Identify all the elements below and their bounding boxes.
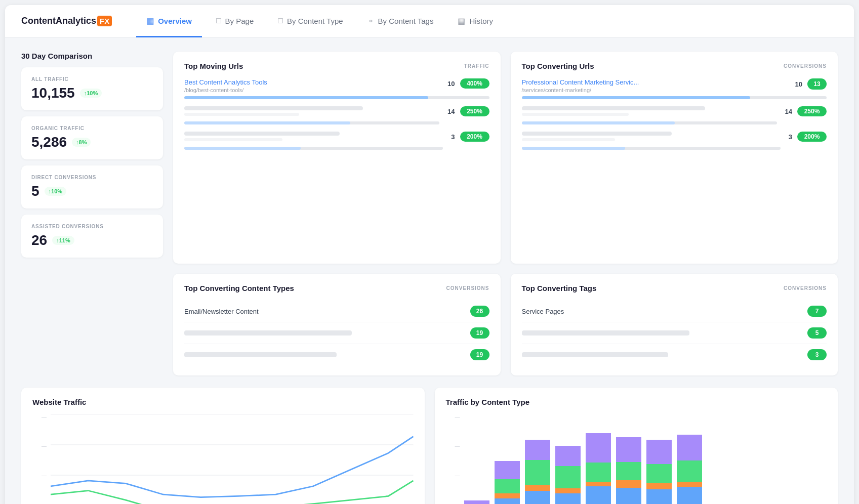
converting-url-badge-0: 13 <box>807 78 827 90</box>
url-count-0: 10 <box>447 80 455 88</box>
top-moving-urls-subtitle: TRAFFIC <box>464 63 489 69</box>
tab-bypage-label: By Page <box>225 17 254 25</box>
converting-url-count-0: 10 <box>795 80 802 88</box>
bypage-icon: □ <box>216 16 221 25</box>
stat-direct-value: 5 <box>31 183 39 199</box>
top-converting-urls-title: Top Converting Urls <box>522 62 594 70</box>
url-item-0: Best Content Analytics Tools /blog/best-… <box>184 78 489 99</box>
bycontenttags-icon: ⚬ <box>367 16 374 26</box>
converting-placeholder-count-1: 14 <box>785 108 792 115</box>
stat-assisted-label: ASSISTED CONVERSIONS <box>31 224 153 229</box>
converting-placeholder-2: 3 200% <box>522 132 827 150</box>
traffic-by-type-title: Traffic by Content Type <box>446 398 827 406</box>
converting-placeholder-1: 14 250% <box>522 106 827 124</box>
bar-col-6 <box>646 414 672 504</box>
bar-col-5 <box>616 414 641 504</box>
bar-chart-area <box>464 414 827 504</box>
bar-col-0 <box>464 414 489 504</box>
converting-url-link-0[interactable]: Professional Content Marketing Servic... <box>522 78 795 86</box>
url-placeholder-badge-2: 200% <box>460 132 489 142</box>
stat-card-assisted: ASSISTED CONVERSIONS 26 ↑11% <box>21 215 163 258</box>
line-chart-svg <box>51 414 414 504</box>
top-tags-title: Top Converting Tags <box>522 284 597 292</box>
stat-organic-label: ORGANIC TRAFFIC <box>31 125 153 131</box>
y-label-4: — <box>32 414 47 420</box>
tab-bycontenttags[interactable]: ⚬ By Content Tags <box>357 6 444 37</box>
content-type-badge-0: 26 <box>470 306 489 317</box>
bar-y-4: — <box>446 414 460 420</box>
bar-chart-container: — — — — — <box>446 414 827 504</box>
tab-history-label: History <box>469 17 493 25</box>
charts-grid: Website Traffic — — — — — <box>21 388 838 504</box>
tab-bypage[interactable]: □ By Page <box>206 6 264 37</box>
tag-name-0: Service Pages <box>522 308 564 315</box>
tab-history[interactable]: ▦ History <box>447 6 503 37</box>
stat-all-traffic-badge: ↑10% <box>80 89 102 98</box>
bar-y-1: — <box>446 501 460 504</box>
content-types-header: Top Converting Content Types CONVERSIONS <box>184 284 489 292</box>
stat-direct-badge: ↑10% <box>45 187 67 196</box>
url-placeholder-badge-1: 250% <box>460 106 489 116</box>
comparison-section: 30 Day Comparison ALL TRAFFIC 10,155 ↑10… <box>21 52 163 264</box>
top-moving-urls-title: Top Moving Urls <box>184 62 243 70</box>
y-label-1: — <box>32 501 47 504</box>
main-content: 30 Day Comparison ALL TRAFFIC 10,155 ↑10… <box>5 37 854 504</box>
stat-assisted-value: 26 <box>31 232 47 248</box>
website-traffic-title: Website Traffic <box>32 398 414 406</box>
top-moving-urls-header: Top Moving Urls TRAFFIC <box>184 62 489 70</box>
stat-card-organic: ORGANIC TRAFFIC 5,286 ↑8% <box>21 116 163 159</box>
logo: ContentAnalyticsFX <box>21 16 112 26</box>
app-container: ContentAnalyticsFX ▦ Overview □ By Page … <box>5 5 854 504</box>
stat-all-traffic-label: ALL TRAFFIC <box>31 76 153 82</box>
content-type-name-0: Email/Newsletter Content <box>184 308 259 315</box>
website-traffic-panel: Website Traffic — — — — — <box>21 388 425 504</box>
stat-all-traffic-value: 10,155 <box>31 85 75 101</box>
line-chart-area: — — — — — <box>32 414 414 504</box>
content-types-subtitle: CONVERSIONS <box>446 285 489 291</box>
bycontenttype-icon: □ <box>278 16 283 25</box>
tab-bycontenttags-label: By Content Tags <box>378 17 434 25</box>
content-type-placeholder-2: 19 <box>184 344 489 365</box>
tag-placeholder-line-2 <box>522 352 668 357</box>
bar-col-4 <box>586 414 611 504</box>
url-link-0[interactable]: Best Content Analytics Tools <box>184 78 447 86</box>
top-converting-urls-subtitle: CONVERSIONS <box>784 63 827 69</box>
chart-svg-area <box>51 414 414 504</box>
bar-y-labels: — — — — — <box>446 414 460 504</box>
tab-overview-label: Overview <box>158 17 192 25</box>
bar-col-2 <box>525 414 550 504</box>
y-labels: — — — — — <box>32 414 47 504</box>
y-label-2: — <box>32 473 47 478</box>
converting-placeholder-badge-2: 200% <box>797 132 827 142</box>
comparison-title: 30 Day Comparison <box>21 52 163 60</box>
tag-item-0: Service Pages 7 <box>522 301 827 322</box>
stat-card-all-traffic: ALL TRAFFIC 10,155 ↑10% <box>21 67 163 110</box>
content-type-badge-1: 19 <box>470 327 489 339</box>
tab-overview[interactable]: ▦ Overview <box>136 6 202 37</box>
stat-organic-badge: ↑8% <box>72 138 91 147</box>
converting-url-item-0: Professional Content Marketing Servic...… <box>522 78 827 99</box>
content-type-placeholder-line-2 <box>184 352 337 357</box>
tag-badge-2: 3 <box>807 349 827 360</box>
history-icon: ▦ <box>458 16 465 26</box>
url-badge-0: 400% <box>460 78 489 89</box>
converting-placeholder-count-2: 3 <box>789 133 792 141</box>
tab-bycontenttype-label: By Content Type <box>287 17 343 25</box>
top-tags-panel: Top Converting Tags CONVERSIONS Service … <box>511 274 838 375</box>
nav-tabs: ▦ Overview □ By Page □ By Content Type ⚬… <box>136 5 503 37</box>
url-path-0: /blog/best-content-tools/ <box>184 87 447 93</box>
dashboard-middle: Top Converting Content Types CONVERSIONS… <box>21 274 838 375</box>
logo-fx: FX <box>97 16 112 26</box>
bar-y-3: — <box>446 443 460 449</box>
top-converting-urls-panel: Top Converting Urls CONVERSIONS Professi… <box>511 52 838 264</box>
converting-placeholder-badge-1: 250% <box>797 106 827 116</box>
converting-url-path-0: /services/content-marketing/ <box>522 87 795 93</box>
stat-card-direct: DIRECT CONVERSIONS 5 ↑10% <box>21 165 163 208</box>
tag-badge-0: 7 <box>807 306 827 317</box>
bar-col-1 <box>495 414 520 504</box>
tab-bycontenttype[interactable]: □ By Content Type <box>268 6 353 37</box>
content-type-placeholder-1: 19 <box>184 322 489 344</box>
content-type-placeholder-line-1 <box>184 330 352 335</box>
stat-direct-label: DIRECT CONVERSIONS <box>31 175 153 180</box>
content-type-item-0: Email/Newsletter Content 26 <box>184 301 489 322</box>
